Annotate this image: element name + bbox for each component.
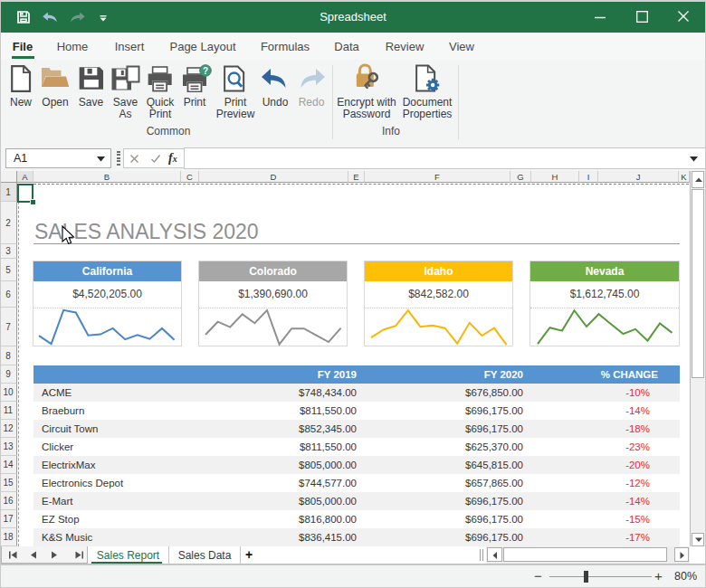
svg-text:?: ? (203, 66, 208, 76)
